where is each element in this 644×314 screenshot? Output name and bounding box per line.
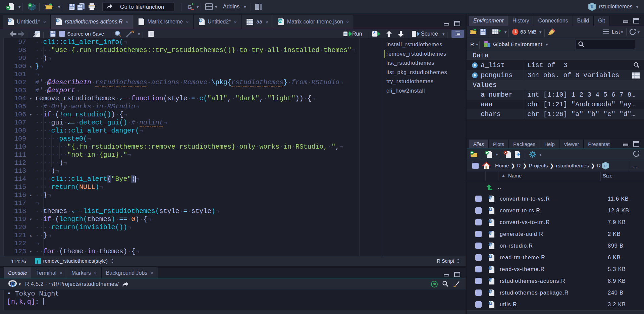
svg-text:R: R <box>490 266 492 270</box>
svg-text:R: R <box>490 243 492 246</box>
svg-text:R: R <box>604 164 607 168</box>
svg-text:R: R <box>490 219 492 223</box>
svg-text:R: R <box>490 208 492 211</box>
svg-text:R: R <box>490 290 492 293</box>
svg-text:R: R <box>200 19 202 22</box>
svg-text:R: R <box>590 4 594 9</box>
svg-text:R: R <box>11 281 16 289</box>
svg-text:R: R <box>490 278 492 281</box>
svg-text:R: R <box>490 231 492 234</box>
svg-text:R: R <box>490 302 492 305</box>
svg-text:R: R <box>9 19 11 22</box>
svg-text:R: R <box>490 196 492 199</box>
svg-text:R: R <box>57 19 59 22</box>
svg-text:JS: JS <box>279 19 282 22</box>
svg-text:R: R <box>490 255 492 258</box>
